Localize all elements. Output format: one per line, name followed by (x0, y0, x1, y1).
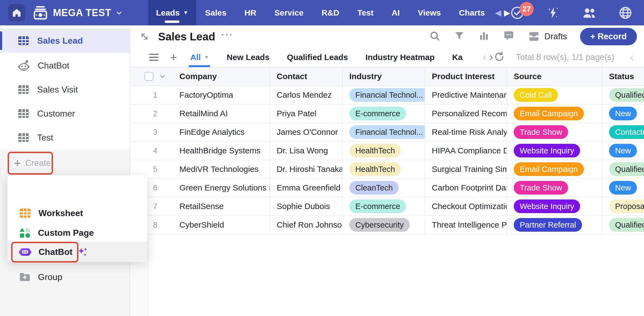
cell-product[interactable]: Surgical Training Simulat (425, 160, 507, 178)
cell-status[interactable]: Proposal S (602, 197, 644, 215)
cell-product[interactable]: HIPAA Compliance Dash (425, 142, 507, 160)
cell-source[interactable]: Website Inquiry (507, 142, 602, 160)
cell-contact[interactable]: James O'Connor (270, 123, 343, 141)
view-list-icon[interactable] (148, 52, 159, 62)
menu-item-custom-page[interactable]: Custom Page (7, 223, 147, 242)
cell-product[interactable]: Predictive Maintenance A (425, 86, 507, 104)
cell-industry[interactable]: CleanTech (343, 179, 425, 197)
sidebar-item-customer[interactable]: Customer (0, 102, 130, 126)
cell-status[interactable]: Qualified (602, 216, 644, 234)
workspace-chevron-down-icon[interactable] (115, 9, 123, 17)
chevron-down-icon[interactable] (159, 73, 166, 80)
view-tab-new-leads[interactable]: New Leads (227, 47, 270, 67)
cell-status[interactable]: New (602, 142, 644, 160)
column-header-company[interactable]: Company (179, 67, 270, 85)
cell-product[interactable]: Checkout Optimization (425, 197, 507, 215)
table-row[interactable]: 2 RetailMind AI Priya Patel E-commerce P… (131, 105, 644, 123)
view-tab-all[interactable]: All ▼ (190, 47, 209, 67)
automation-button[interactable] (546, 5, 560, 20)
table-row[interactable]: 5 MediVR Technologies Dr. Hiroshi Tanaka… (131, 160, 644, 179)
cell-contact[interactable]: Sophie Dubois (270, 197, 343, 215)
table-row[interactable]: 4 HealthBridge Systems Dr. Lisa Wong Hea… (131, 142, 644, 160)
tab-sales[interactable]: Sales (196, 0, 235, 25)
cell-product[interactable]: Personalized Recommen (425, 105, 507, 123)
table-row[interactable]: 6 Green Energy Solutions Ltd. Emma Green… (131, 179, 644, 197)
table-row[interactable]: 1 FactoryOptima Carlos Mendez Financial … (131, 86, 644, 105)
home-button[interactable] (8, 4, 25, 22)
column-header-product-interest[interactable]: Product Interest (425, 67, 507, 85)
table-row[interactable]: 3 FinEdge Analytics James O'Connor Finan… (131, 123, 644, 142)
add-record-button[interactable]: + Record (580, 28, 637, 45)
cell-company[interactable]: CyberShield (179, 216, 270, 234)
cell-source[interactable]: Cold Call (507, 86, 602, 104)
cell-source[interactable]: Email Campaign (507, 160, 602, 178)
cell-status[interactable]: New (602, 105, 644, 123)
sidebar-item-sales-visit[interactable]: Sales Visit (0, 77, 130, 102)
tab-views[interactable]: Views (409, 0, 450, 25)
filter-icon[interactable] (454, 30, 465, 43)
drafts-button[interactable]: Drafts (528, 31, 567, 42)
menu-item-worksheet[interactable]: Worksheet (7, 204, 147, 223)
language-button[interactable] (618, 6, 633, 20)
search-icon[interactable] (429, 30, 441, 43)
cell-company[interactable]: RetailSense (179, 197, 270, 215)
table-row[interactable]: 8 CyberShield Chief Ron Johnson Cybersec… (131, 216, 644, 234)
tab-rnd[interactable]: R&D (312, 0, 348, 25)
workspace-logo-icon[interactable] (33, 6, 48, 20)
cell-company[interactable]: FactoryOptima (179, 86, 270, 104)
menu-item-group[interactable]: Group (7, 267, 147, 287)
create-button[interactable]: + Create (8, 152, 53, 175)
cell-status[interactable]: New (602, 179, 644, 197)
prev-page-icon[interactable]: ‹ (629, 51, 634, 64)
views-scroll-right-icon[interactable]: › (489, 52, 494, 63)
cell-source[interactable]: Partner Referral (507, 216, 602, 234)
cell-status[interactable]: Qualified (602, 160, 644, 178)
cell-status[interactable]: Qualified (602, 86, 644, 104)
tab-leads[interactable]: Leads ▼ (148, 0, 196, 25)
cell-company[interactable]: FinEdge Analytics (179, 123, 270, 141)
column-header-industry[interactable]: Industry (343, 67, 425, 85)
cell-product[interactable]: Carbon Footprint Dashbo (425, 179, 507, 197)
cell-company[interactable]: MediVR Technologies (179, 160, 270, 178)
view-tab-qualified-leads[interactable]: Qualified Leads (287, 47, 348, 67)
tab-hr[interactable]: HR (235, 0, 265, 25)
cell-industry[interactable]: Financial Technol... (343, 86, 425, 104)
tabs-scroll-left-icon[interactable]: ◀ (495, 9, 501, 17)
cell-company[interactable]: RetailMind AI (179, 105, 270, 123)
tab-charts[interactable]: Charts (450, 0, 494, 25)
cell-source[interactable]: Email Campaign (507, 105, 602, 123)
cell-industry[interactable]: E-commerce (343, 105, 425, 123)
collapse-sidebar-icon[interactable] (139, 31, 150, 42)
view-tab-industry-heatmap[interactable]: Industry Heatmap (365, 47, 435, 67)
chart-icon[interactable] (478, 30, 490, 43)
sheet-more-icon[interactable]: ··· (221, 29, 234, 41)
workspace-name[interactable]: MEGA TEST (53, 7, 111, 19)
sidebar-item-chatbot[interactable]: ChatBot (0, 53, 130, 77)
add-view-icon[interactable]: + (170, 51, 177, 63)
cell-contact[interactable]: Emma Greenfield (270, 179, 343, 197)
comment-icon[interactable] (503, 30, 515, 43)
cell-source[interactable]: Website Inquiry (507, 197, 602, 215)
select-all-checkbox[interactable] (144, 72, 153, 81)
members-button[interactable] (582, 6, 597, 20)
cell-industry[interactable]: Cybersecurity (343, 216, 425, 234)
tasks-button[interactable]: 27 (510, 6, 524, 20)
cell-product[interactable]: Real-time Risk Analysis S (425, 123, 507, 141)
cell-contact[interactable]: Priya Patel (270, 105, 343, 123)
sidebar-item-test[interactable]: Test (0, 126, 130, 150)
cell-product[interactable]: Threat Intelligence Platfo (425, 216, 507, 234)
column-header-source[interactable]: Source (507, 67, 602, 85)
cell-contact[interactable]: Chief Ron Johnson (270, 216, 343, 234)
tab-service[interactable]: Service (265, 0, 312, 25)
tab-test[interactable]: Test (348, 0, 382, 25)
cell-company[interactable]: HealthBridge Systems (179, 142, 270, 160)
cell-source[interactable]: Trade Show (507, 179, 602, 197)
view-tab-kanban-truncated[interactable]: Ka (452, 47, 462, 67)
column-header-contact[interactable]: Contact (270, 67, 343, 85)
cell-contact[interactable]: Carlos Mendez (270, 86, 343, 104)
column-header-status[interactable]: Status (602, 67, 644, 85)
cell-industry[interactable]: E-commerce (343, 197, 425, 215)
cell-company[interactable]: Green Energy Solutions Ltd. (179, 179, 270, 197)
views-scroll-left-icon[interactable]: ‹ (482, 52, 487, 63)
cell-status[interactable]: Contacted (602, 123, 644, 141)
